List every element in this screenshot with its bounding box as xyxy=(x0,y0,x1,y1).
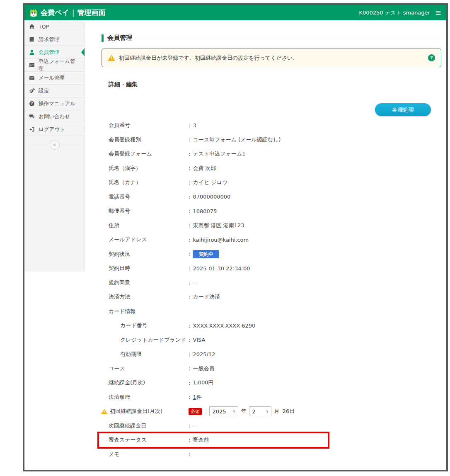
detail-row-payment-method: 決済方法:カード決済 xyxy=(85,290,446,304)
alert-message: 初回継続課金日が未登録です。初回継続課金日の設定を行ってください。 xyxy=(119,54,298,62)
sidebar-collapse-button[interactable]: « xyxy=(50,140,60,150)
page-title-block: 会員管理 xyxy=(102,34,440,42)
payment-history-link[interactable]: 1 xyxy=(193,394,196,400)
actions-button[interactable]: 各種処理 xyxy=(375,103,431,116)
active-item-arrow-icon xyxy=(81,48,85,56)
app-window: 会費ペイ | 管理画面 K000250 テスト smanager ≡ TOP 請… xyxy=(23,3,448,471)
detail-row-recurring-billing: 継続課金(月次):1,000円 xyxy=(85,376,446,390)
logo-name: 会費ペイ xyxy=(41,8,69,17)
sidebar-item-mail[interactable]: メール管理 xyxy=(24,72,85,85)
sidebar-item-label: 請求管理 xyxy=(39,36,59,43)
svg-text:?: ? xyxy=(31,102,33,106)
account-area: K000250 テスト smanager ≡ xyxy=(359,9,441,17)
mail-icon xyxy=(29,75,35,81)
logo-mascot-icon xyxy=(29,8,38,17)
month-select[interactable]: 2∨ xyxy=(249,406,271,416)
detail-row-terms-agreement: 規約同意:-- xyxy=(85,276,446,290)
gears-icon xyxy=(29,88,35,94)
detail-row-payment-history: 決済履歴:1件 xyxy=(85,390,446,405)
help-icon: ? xyxy=(29,101,35,107)
sidebar-item-label: メール管理 xyxy=(39,75,65,82)
detail-row-card-brand: クレジットカードブランド:VISA xyxy=(85,333,446,347)
sidebar-item-label: 申込フォーム管理 xyxy=(39,58,80,72)
sidebar-item-logout[interactable]: ログアウト xyxy=(24,123,85,136)
form-icon xyxy=(29,62,35,68)
detail-row-phone: 電話番号:07000000000 xyxy=(85,190,446,204)
sidebar-item-contact[interactable]: お問い合わせ xyxy=(24,110,85,123)
book-icon xyxy=(29,36,35,42)
detail-row-name-kana: 氏名（カナ）:カイヒ ジロウ xyxy=(85,175,446,190)
detail-row-memo: メモ: xyxy=(85,447,446,462)
sidebar-item-label: 操作マニュアル xyxy=(39,100,75,107)
contract-status-badge: 契約中 xyxy=(193,250,219,258)
sidebar-item-label: ログアウト xyxy=(39,126,65,133)
detail-rows: 会員番号:3 会員登録種別:コース毎フォーム (メール認証なし) 会員登録フォー… xyxy=(85,118,446,461)
sidebar-item-label: 会員管理 xyxy=(39,49,59,56)
user-icon xyxy=(29,49,35,55)
page-title: 会員管理 xyxy=(107,34,132,42)
sidebar: TOP 請求管理 会員管理 申込フォーム管理 メール管理 設定 xyxy=(24,20,85,272)
app-header: 会費ペイ | 管理画面 K000250 テスト smanager ≡ xyxy=(24,5,446,20)
detail-row-course: コース:一般会員 xyxy=(85,362,446,376)
detail-row-card-expiry: 有効期限:2025/12 xyxy=(85,347,446,362)
chevron-down-icon: ∨ xyxy=(233,409,236,413)
sidebar-item-label: お問い合わせ xyxy=(39,113,70,120)
account-info: K000250 テスト smanager xyxy=(359,9,430,17)
main-content: 会員管理 ! 初回継続課金日が未登録です。初回継続課金日の設定を行ってください。… xyxy=(85,20,446,470)
sidebar-item-label: TOP xyxy=(39,24,49,30)
billing-day: 26日 xyxy=(282,408,295,415)
chevron-down-icon: ∨ xyxy=(266,409,269,413)
sidebar-item-billing[interactable]: 請求管理 xyxy=(24,33,85,46)
detail-row-registration-type: 会員登録種別:コース毎フォーム (メール認証なし) xyxy=(85,133,446,147)
detail-row-contract-status: 契約状況:契約中 xyxy=(85,247,446,262)
sidebar-item-top[interactable]: TOP xyxy=(24,20,85,33)
hamburger-menu-icon[interactable]: ≡ xyxy=(435,9,441,17)
divider xyxy=(29,145,48,145)
detail-row-card-number: カード番号:XXXX-XXXX-XXXX-6290 xyxy=(85,318,446,333)
year-select[interactable]: 2025∨ xyxy=(209,406,238,416)
sidebar-item-label: 設定 xyxy=(39,87,49,95)
required-badge: 必須 xyxy=(189,408,202,415)
screenshot-canvas: 会費ペイ | 管理画面 K000250 テスト smanager ≡ TOP 請… xyxy=(0,0,450,476)
app-logo[interactable]: 会費ペイ | 管理画面 xyxy=(29,8,106,17)
detail-row-first-billing-date: ! 初回継続課金日(月次) 必須 : 2025∨ 年 2∨ 月 26日 xyxy=(85,404,446,419)
section-heading: 詳細・編集 xyxy=(109,81,138,88)
sidebar-item-settings[interactable]: 設定 xyxy=(24,85,85,97)
title-accent-bar xyxy=(102,34,104,42)
logout-icon xyxy=(29,126,35,132)
detail-row-email: メールアドレス:kaihijirou@kaihi.com xyxy=(85,233,446,247)
divider xyxy=(62,145,80,145)
detail-row-review-status: 審査ステータス:審査前 xyxy=(85,433,446,447)
logo-section: 管理画面 xyxy=(77,8,106,17)
warning-triangle-icon: ! xyxy=(101,409,107,414)
home-icon xyxy=(29,24,35,29)
divider xyxy=(135,38,440,38)
sidebar-collapse-row: « xyxy=(24,136,85,153)
detail-row-contract-datetime: 契約日時:2025-01-30 22:34:00 xyxy=(85,261,446,276)
detail-row-postal-code: 郵便番号:1080075 xyxy=(85,204,446,219)
warning-triangle-icon: ! xyxy=(108,55,115,61)
sidebar-item-application-forms[interactable]: 申込フォーム管理 xyxy=(24,59,85,72)
detail-row-card-info: カード情報 xyxy=(85,304,446,319)
sidebar-item-manual[interactable]: ? 操作マニュアル xyxy=(24,97,85,110)
warning-alert: ! 初回継続課金日が未登録です。初回継続課金日の設定を行ってください。 ? xyxy=(102,49,441,67)
detail-row-address: 住所:東京都 港区 港南123 xyxy=(85,219,446,233)
help-icon[interactable]: ? xyxy=(428,54,435,61)
detail-row-member-number: 会員番号:3 xyxy=(85,118,446,133)
detail-row-name-kanji: 氏名（漢字）:会費 次郎 xyxy=(85,161,446,176)
chat-icon xyxy=(29,114,35,119)
detail-row-next-billing-date: 次回継続課金日:-- xyxy=(85,419,446,433)
logo-separator: | xyxy=(72,9,75,17)
detail-row-registration-form: 会員登録フォーム:テスト申込フォーム1 xyxy=(85,147,446,161)
sidebar-item-members[interactable]: 会員管理 xyxy=(24,46,85,59)
